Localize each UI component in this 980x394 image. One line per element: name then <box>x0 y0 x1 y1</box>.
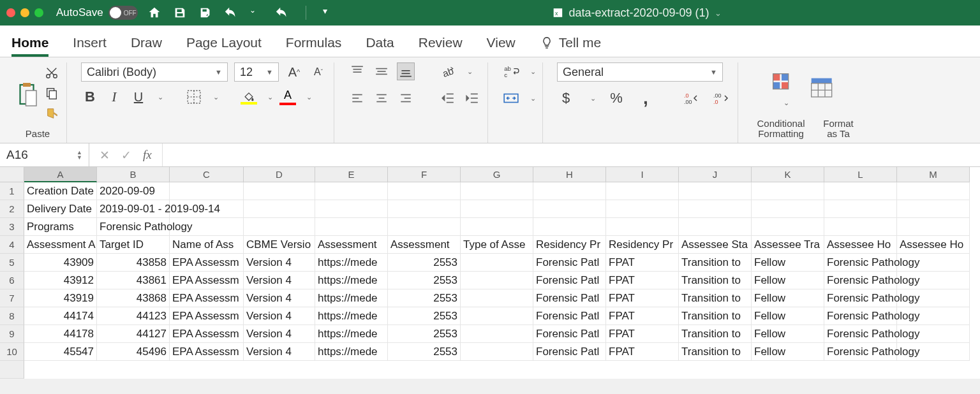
cell[interactable] <box>606 182 679 200</box>
cell[interactable] <box>679 218 752 236</box>
cell[interactable]: EPA Assessm <box>170 254 244 272</box>
cell[interactable]: Assessment A <box>24 236 97 254</box>
currency-icon[interactable]: $ <box>557 89 575 107</box>
cell[interactable]: Fellow <box>752 325 824 343</box>
increase-font-icon[interactable]: A^ <box>285 63 303 81</box>
row-header[interactable]: 10 <box>0 343 24 361</box>
cell[interactable]: https://mede <box>315 289 388 307</box>
cell[interactable] <box>461 343 533 361</box>
cell[interactable]: Forensic Patl <box>533 343 606 361</box>
fill-color-button[interactable] <box>241 90 257 105</box>
close-window-button[interactable] <box>6 8 15 17</box>
column-header-B[interactable]: B <box>97 167 170 182</box>
minimize-window-button[interactable] <box>20 8 29 17</box>
column-header-L[interactable]: L <box>824 167 897 182</box>
cell[interactable]: Transition to <box>679 307 752 325</box>
cell[interactable]: Fellow <box>752 272 824 289</box>
column-header-H[interactable]: H <box>533 167 606 182</box>
autosave-control[interactable]: AutoSave OFF <box>56 6 138 20</box>
document-title[interactable]: x data-extract-2020-09-09 (1) ⌄ <box>552 6 721 20</box>
cell[interactable]: Transition to <box>679 272 752 289</box>
home-icon[interactable] <box>147 6 161 20</box>
name-box[interactable]: A16 ▲▼ <box>0 143 89 166</box>
cell[interactable]: Assessment <box>315 236 388 254</box>
tab-page-layout[interactable]: Page Layout <box>186 35 262 57</box>
cell[interactable] <box>679 182 752 200</box>
cell[interactable]: 2553 <box>388 307 461 325</box>
cell[interactable]: FPAT <box>606 272 679 289</box>
cell[interactable]: Type of Asse <box>461 236 533 254</box>
cell[interactable] <box>533 218 606 236</box>
cell[interactable] <box>897 182 970 200</box>
cell[interactable] <box>606 200 679 218</box>
cell[interactable] <box>824 182 897 200</box>
cell[interactable] <box>461 289 533 307</box>
underline-button[interactable]: U <box>130 88 147 106</box>
column-header-A[interactable]: A <box>24 167 97 182</box>
cell[interactable]: Forensic Pathology <box>824 289 897 307</box>
cut-icon[interactable] <box>45 66 60 82</box>
font-size-select[interactable]: 12▼ <box>234 62 279 82</box>
cell[interactable]: Assessment <box>388 236 461 254</box>
cell[interactable]: https://mede <box>315 272 388 289</box>
cell[interactable] <box>897 218 970 236</box>
cell[interactable]: Forensic Patl <box>533 325 606 343</box>
font-color-button[interactable]: A <box>279 89 296 105</box>
column-header-I[interactable]: I <box>606 167 679 182</box>
cell[interactable] <box>897 343 970 361</box>
cell[interactable]: Version 4 <box>244 289 315 307</box>
cell[interactable] <box>461 254 533 272</box>
cell[interactable]: Residency Pr <box>533 236 606 254</box>
cell[interactable]: Fellow <box>752 307 824 325</box>
align-left-icon[interactable] <box>348 89 366 107</box>
merge-cells-icon[interactable] <box>502 89 520 107</box>
cell[interactable]: 43919 <box>24 289 97 307</box>
cell[interactable]: Version 4 <box>244 307 315 325</box>
copy-icon[interactable] <box>45 86 60 103</box>
cell[interactable]: Forensic Pathology <box>824 343 897 361</box>
tab-review[interactable]: Review <box>419 35 463 57</box>
cell[interactable]: Target ID <box>97 236 170 254</box>
cell[interactable]: Residency Pr <box>606 236 679 254</box>
cell[interactable]: 44123 <box>97 307 170 325</box>
cell[interactable] <box>244 182 315 200</box>
cell[interactable] <box>752 182 824 200</box>
cell[interactable] <box>388 182 461 200</box>
tell-me[interactable]: Tell me <box>540 35 602 57</box>
cell[interactable] <box>824 200 897 218</box>
undo-icon[interactable] <box>224 6 238 20</box>
cell[interactable] <box>824 218 897 236</box>
cell[interactable] <box>897 200 970 218</box>
cell[interactable]: 2553 <box>388 272 461 289</box>
row-header[interactable]: 1 <box>0 182 24 200</box>
cell[interactable]: Forensic Patl <box>533 307 606 325</box>
title-dropdown-icon[interactable]: ⌄ <box>715 8 722 18</box>
borders-dropdown[interactable]: ⌄ <box>213 93 219 101</box>
cell[interactable] <box>461 200 533 218</box>
column-header-G[interactable]: G <box>461 167 533 182</box>
cell[interactable] <box>170 182 244 200</box>
cell[interactable]: https://mede <box>315 307 388 325</box>
decrease-indent-icon[interactable] <box>439 89 457 107</box>
accept-formula-icon[interactable]: ✓ <box>121 148 131 163</box>
cell[interactable] <box>752 218 824 236</box>
increase-indent-icon[interactable] <box>463 89 481 107</box>
cell[interactable] <box>897 254 970 272</box>
cell[interactable] <box>461 218 533 236</box>
cell[interactable] <box>244 218 315 236</box>
column-header-F[interactable]: F <box>388 167 461 182</box>
cell[interactable]: Assessee Ho <box>897 236 970 254</box>
cell[interactable]: Version 4 <box>244 272 315 289</box>
column-header-M[interactable]: M <box>897 167 970 182</box>
cell[interactable]: Name of Ass <box>170 236 244 254</box>
align-bottom-icon[interactable] <box>397 62 415 80</box>
row-header[interactable]: 3 <box>0 218 24 236</box>
tab-draw[interactable]: Draw <box>131 35 162 57</box>
cell[interactable]: 2553 <box>388 325 461 343</box>
column-header-K[interactable]: K <box>752 167 824 182</box>
borders-button[interactable] <box>185 88 203 106</box>
cell[interactable]: Version 4 <box>244 343 315 361</box>
cell[interactable]: EPA Assessm <box>170 343 244 361</box>
column-header-J[interactable]: J <box>679 167 752 182</box>
cell[interactable]: 43868 <box>97 289 170 307</box>
